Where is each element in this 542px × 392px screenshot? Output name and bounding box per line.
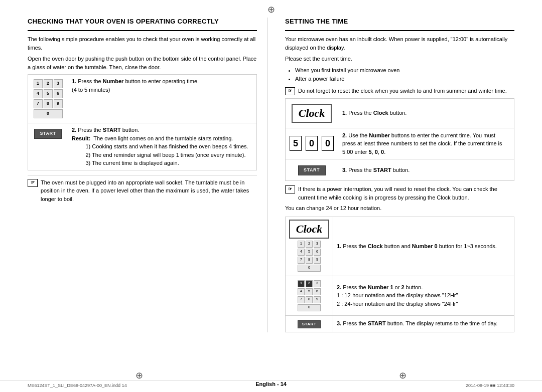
note-icon: ☞ — [28, 179, 38, 187]
left-instruction-table: 1 2 3 4 5 6 7 8 9 0 1. Pres — [28, 74, 257, 170]
left-note-text: The oven must be plugged into an appropr… — [41, 178, 257, 204]
keypad-cell-2: START — [28, 123, 68, 170]
right-step-3: 3. Press the START button. — [338, 159, 514, 181]
bullet-2: After a power failure — [295, 75, 514, 84]
sm-key-h0: 0 — [298, 304, 321, 311]
start-display-r: START — [298, 165, 326, 175]
table-row-2: START 2. Press the START button. Result:… — [28, 123, 257, 170]
digit-5: 5 — [290, 136, 302, 151]
note-icon-r1: ☞ — [285, 87, 295, 95]
left-note: ☞ The oven must be plugged into an appro… — [28, 175, 257, 206]
table-row: 1 2 3 4 5 6 7 8 9 0 1. Pres — [28, 75, 257, 123]
clock-display-2: Clock — [289, 220, 329, 239]
sm-key-8: 8 — [306, 257, 313, 264]
left-intro-1: The following simple procedure enables y… — [28, 35, 257, 52]
clock-display: Clock — [292, 104, 332, 123]
sm-key-3: 3 — [314, 241, 321, 248]
right-section-title: SETTING THE TIME — [285, 18, 514, 25]
start-cell-r2: START — [286, 315, 333, 332]
footer-center: English - 14 — [255, 381, 287, 387]
right-step-1: 1. Press the Clock button. — [338, 98, 514, 128]
bullet-1: When you first install your microwave ov… — [295, 66, 514, 75]
sm-key-7: 7 — [298, 257, 305, 264]
sm-key-h5: 5 — [306, 288, 313, 295]
note-icon-r2: ☞ — [285, 185, 295, 193]
right-row-5: 1 2 3 4 5 6 7 8 9 0 2. Pres — [286, 276, 514, 315]
clock-display-cell: Clock — [286, 98, 338, 128]
keypad-grid-sm-1: 1 2 3 4 5 6 7 8 9 0 — [289, 241, 329, 272]
bottom-compass-left-icon: ⊕ — [136, 370, 143, 381]
bottom-compass-right-icon: ⊕ — [399, 370, 406, 381]
digit-0b: 0 — [322, 136, 334, 151]
key-1: 1 — [34, 79, 43, 88]
right-intro-1: Your microwave oven has an inbuilt clock… — [285, 35, 514, 52]
sm-key-4: 4 — [298, 249, 305, 256]
left-intro-2: Open the oven door by pushing the push b… — [28, 55, 257, 71]
right-row-2: 5 0 0 2. Use the Number buttons to enter… — [286, 128, 514, 159]
note2-text: If there is a power interruption, you wi… — [298, 185, 514, 202]
right-row-6: START 3. Press the START button. The dis… — [286, 315, 514, 332]
key-0: 0 — [34, 109, 63, 118]
footer-left: ME6124ST_1_SLI_DE68-04297A-00_EN.indd 14 — [28, 383, 127, 388]
keypad-highlight-cell: 1 2 3 4 5 6 7 8 9 0 — [286, 276, 333, 315]
note1-text: Do not forget to reset the clock when yo… — [298, 87, 507, 95]
sm-key-1: 1 — [298, 241, 305, 248]
five-zero-zero-cell: 5 0 0 — [286, 128, 338, 159]
sm-key-h4: 4 — [298, 288, 305, 295]
sm-key-6: 6 — [314, 249, 321, 256]
hour-note: You can change 24 or 12 hour notation. — [285, 204, 514, 213]
sm-key-h2: 2 — [306, 280, 313, 287]
key-2: 2 — [44, 79, 53, 88]
right-row-1: Clock 1. Press the Clock button. — [286, 98, 514, 128]
right-step-4: 1. Press the Clock button and Number 0 b… — [333, 217, 514, 276]
top-compass-icon: ⊕ — [267, 4, 275, 15]
sm-key-h6: 6 — [314, 288, 321, 295]
key-9: 9 — [54, 99, 63, 108]
sm-key-0: 0 — [298, 265, 321, 272]
right-table-2: Clock 1 2 3 4 5 6 7 8 9 0 — [285, 217, 514, 332]
right-step-5: 2. Press the Number 1 or 2 button. 1 : 1… — [333, 276, 514, 315]
key-3: 3 — [54, 79, 63, 88]
five-zero-zero-display: 5 0 0 — [290, 133, 334, 154]
right-intro-2: Please set the current time. — [285, 55, 514, 63]
right-section: SETTING THE TIME Your microwave oven has… — [283, 18, 514, 332]
sm-key-h1: 1 — [298, 280, 305, 287]
sm-key-h7: 7 — [298, 296, 305, 303]
key-5: 5 — [44, 89, 53, 98]
right-table-1: Clock 1. Press the Clock button. 5 0 0 — [285, 98, 514, 181]
sm-key-2: 2 — [306, 241, 313, 248]
start-display-r2: START — [298, 320, 321, 328]
right-note-1: ☞ Do not forget to reset the clock when … — [285, 87, 514, 95]
left-section: CHECKING THAT YOUR OVEN IS OPERATING COR… — [28, 18, 267, 332]
clock-display-cell-2: Clock 1 2 3 4 5 6 7 8 9 0 — [286, 217, 333, 276]
left-section-title: CHECKING THAT YOUR OVEN IS OPERATING COR… — [28, 18, 257, 25]
right-step-6: 3. Press the START button. The display r… — [333, 315, 514, 332]
key-4: 4 — [34, 89, 43, 98]
digit-0a: 0 — [306, 136, 318, 151]
right-step-2: 2. Use the Number buttons to enter the c… — [338, 128, 514, 159]
bullet-list: When you first install your microwave ov… — [295, 66, 514, 84]
sm-key-5: 5 — [306, 249, 313, 256]
start-cell-r: START — [286, 159, 338, 181]
step-1-instruction: 1. Press the Number button to enter oper… — [68, 75, 257, 123]
sm-key-h3: 3 — [314, 280, 321, 287]
start-button-display: START — [34, 129, 62, 139]
footer-right: 2014-08-19 ■■ 12:43:30 — [466, 383, 514, 388]
key-6: 6 — [54, 89, 63, 98]
right-note-2: ☞ If there is a power interruption, you … — [285, 185, 514, 202]
sm-key-9: 9 — [314, 257, 321, 264]
keypad-grid: 1 2 3 4 5 6 7 8 9 0 — [32, 79, 64, 118]
step-2-instruction: 2. Press the START button. Result: The o… — [68, 123, 257, 170]
key-7: 7 — [34, 99, 43, 108]
sm-key-h8: 8 — [306, 296, 313, 303]
sm-key-h9: 9 — [314, 296, 321, 303]
right-row-3: START 3. Press the START button. — [286, 159, 514, 181]
right-row-4: Clock 1 2 3 4 5 6 7 8 9 0 — [286, 217, 514, 276]
keypad-cell-1: 1 2 3 4 5 6 7 8 9 0 — [28, 75, 68, 123]
keypad-grid-sm-2: 1 2 3 4 5 6 7 8 9 0 — [289, 280, 329, 311]
key-8: 8 — [44, 99, 53, 108]
